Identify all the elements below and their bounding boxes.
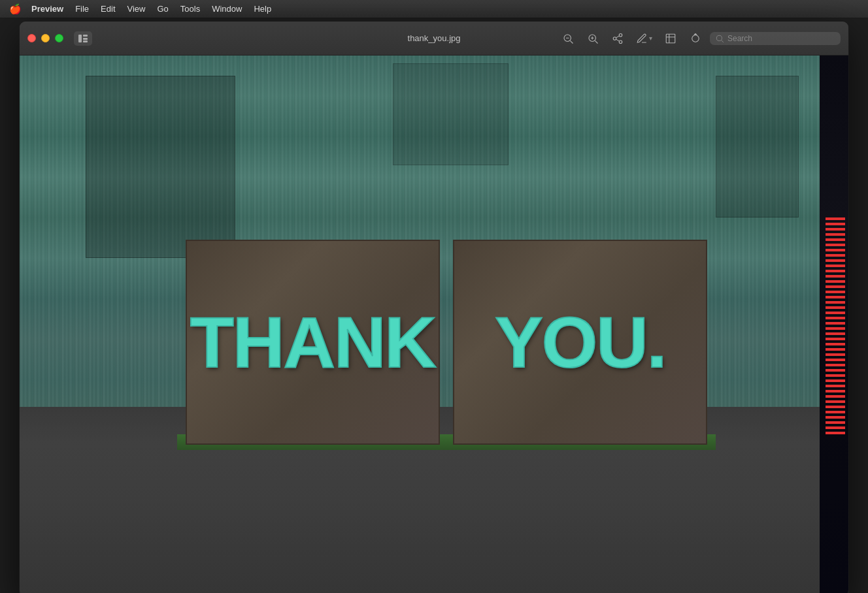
svg-rect-0	[78, 35, 82, 42]
menu-go[interactable]: Go	[152, 3, 173, 15]
markup-icon	[636, 33, 648, 44]
zoom-in-button[interactable]	[582, 28, 603, 49]
maximize-button[interactable]	[55, 34, 63, 42]
crop-button[interactable]	[660, 28, 681, 49]
share-button[interactable]	[607, 28, 628, 49]
svg-line-10	[595, 40, 597, 43]
image-container: THANK YOU.	[20, 56, 848, 593]
apple-menu[interactable]: 🍎	[5, 0, 25, 18]
svg-point-17	[692, 35, 699, 42]
zoom-out-button[interactable]	[558, 28, 578, 49]
sidebar-toggle-button[interactable]	[74, 31, 92, 46]
minimize-button[interactable]	[41, 34, 50, 42]
menu-bar: 🍎 Preview File Edit View Go Tools Window…	[0, 0, 868, 18]
svg-line-19	[722, 40, 724, 42]
sign-area: THANK YOU.	[186, 240, 708, 445]
zoom-out-icon	[562, 33, 574, 44]
svg-point-13	[613, 37, 616, 40]
rotate-button[interactable]	[685, 28, 706, 49]
toolbar-actions: ▾	[558, 28, 841, 49]
markup-chevron-icon: ▾	[649, 35, 652, 42]
menu-help[interactable]: Help	[248, 3, 276, 15]
right-edge-overlay	[820, 56, 848, 593]
sidebar-icon	[78, 33, 88, 44]
wall-patch-center	[393, 63, 509, 165]
thank-text: THANK	[190, 300, 435, 383]
svg-rect-2	[83, 38, 88, 40]
crop-icon	[665, 33, 676, 44]
markup-button[interactable]: ▾	[632, 30, 656, 47]
preview-window: thank_you.jpg	[19, 21, 849, 593]
traffic-lights	[27, 34, 63, 42]
apple-icon: 🍎	[9, 3, 22, 15]
menu-preview[interactable]: Preview	[26, 3, 69, 15]
photo-scene: THANK YOU.	[20, 56, 848, 593]
sign-board-thank: THANK	[186, 240, 440, 445]
menu-tools[interactable]: Tools	[175, 3, 205, 15]
svg-line-6	[570, 40, 573, 43]
zoom-in-icon	[587, 33, 599, 44]
menu-view[interactable]: View	[122, 3, 151, 15]
svg-rect-14	[666, 34, 675, 43]
title-bar: thank_you.jpg	[20, 22, 848, 56]
window-title: thank_you.jpg	[408, 33, 461, 43]
close-button[interactable]	[27, 34, 36, 42]
svg-rect-3	[83, 40, 88, 42]
svg-point-12	[619, 40, 622, 44]
search-bar	[710, 32, 841, 45]
sign-board-you: YOU.	[453, 240, 707, 445]
search-icon	[715, 34, 724, 43]
svg-point-18	[716, 35, 722, 40]
right-edge-dots	[826, 217, 845, 434]
you-text: YOU.	[495, 300, 665, 383]
menu-file[interactable]: File	[70, 3, 94, 15]
wall-patch-left	[86, 76, 235, 258]
wall-patch-right	[716, 76, 799, 217]
rotate-icon	[690, 33, 701, 44]
svg-point-11	[619, 33, 622, 37]
share-icon	[612, 33, 624, 44]
svg-rect-1	[83, 35, 88, 37]
menu-window[interactable]: Window	[207, 3, 247, 15]
search-input[interactable]	[727, 34, 832, 43]
menu-edit[interactable]: Edit	[95, 3, 120, 15]
